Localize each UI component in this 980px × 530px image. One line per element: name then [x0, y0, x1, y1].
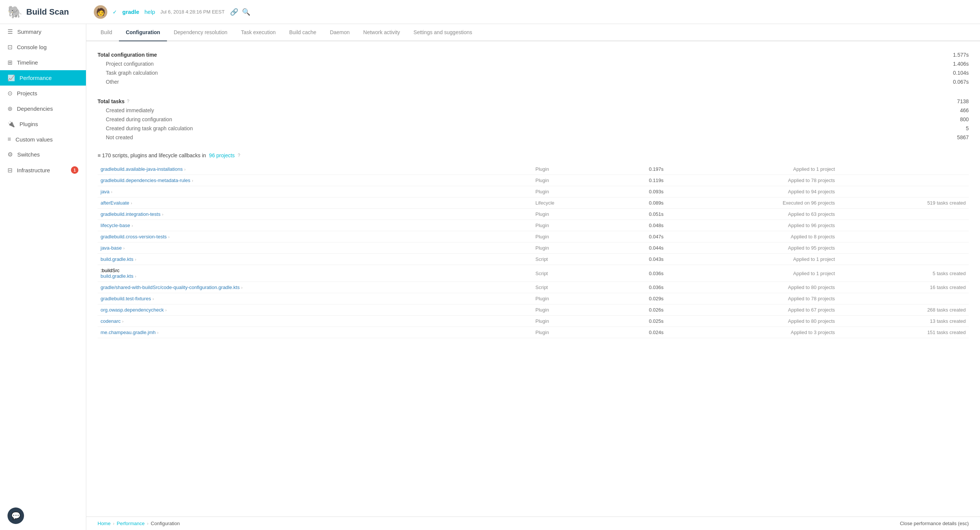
expand-icon[interactable]: › — [152, 296, 154, 301]
sidebar-label-projects: Projects — [17, 90, 37, 97]
scripts-help-icon[interactable]: ? — [238, 153, 240, 158]
plugin-name[interactable]: java › — [100, 189, 530, 194]
plugin-prefix: :buildSrc — [100, 267, 120, 273]
expand-icon[interactable]: › — [165, 308, 167, 312]
close-details-button[interactable]: Close performance details (esc) — [900, 520, 969, 526]
table-row: gradlebuild.available-java-installations… — [97, 164, 969, 175]
dependencies-icon: ⊛ — [8, 105, 13, 112]
tab-task-execution[interactable]: Task execution — [234, 24, 283, 41]
total-tasks-help[interactable]: ? — [127, 99, 129, 104]
plugin-name[interactable]: gradlebuild.cross-version-tests › — [100, 234, 530, 239]
plugin-tasks-cell — [838, 186, 969, 197]
plugin-type-cell: Lifecycle — [532, 197, 606, 209]
sidebar-item-infrastructure[interactable]: ⊟ Infrastructure 1 — [0, 162, 86, 178]
console-log-icon: ⊡ — [8, 43, 13, 51]
plugin-applied-cell: Applied to 96 projects — [667, 220, 838, 231]
plugin-time-cell: 0.036s — [606, 265, 667, 282]
sidebar-item-dependencies[interactable]: ⊛ Dependencies — [0, 101, 86, 116]
sidebar-item-console-log[interactable]: ⊡ Console log — [0, 40, 86, 55]
plugin-name[interactable]: java-base › — [100, 245, 530, 251]
chat-button[interactable]: 💬 — [8, 508, 24, 524]
tab-dependency-resolution[interactable]: Dependency resolution — [167, 24, 234, 41]
plugin-applied-cell: Applied to 78 projects — [667, 175, 838, 186]
tab-daemon[interactable]: Daemon — [323, 24, 356, 41]
plugin-time-cell: 0.036s — [606, 282, 667, 293]
plugin-applied-cell: Executed on 96 projects — [667, 197, 838, 209]
infrastructure-icon: ⊟ — [8, 167, 13, 174]
footer: Home›Performance›Configuration Close per… — [86, 516, 980, 530]
expand-icon[interactable]: › — [135, 257, 136, 262]
plugin-time-cell: 0.043s — [606, 254, 667, 265]
project-config-label: Project configuration — [97, 61, 154, 67]
timestamp: Jul 6, 2018 4:28:16 PM EEST — [160, 9, 224, 14]
plugin-name[interactable]: gradle/shared-with-buildSrc/code-quality… — [100, 285, 530, 290]
created-during-task-value: 5 — [939, 126, 969, 131]
plugin-name[interactable]: codenarc › — [100, 318, 530, 324]
plugin-name-cell: org.owasp.dependencycheck › — [97, 304, 532, 316]
sidebar-item-projects[interactable]: ⊙ Projects — [0, 86, 86, 101]
plugin-name-cell: gradlebuild.test-fixtures › — [97, 293, 532, 304]
expand-icon[interactable]: › — [132, 223, 133, 228]
table-row: java › Plugin 0.093s Applied to 94 proje… — [97, 186, 969, 197]
projects-count-link[interactable]: 96 projects — [209, 153, 234, 158]
total-tasks-label: Total tasks — [97, 98, 124, 104]
plugin-name-cell: gradlebuild.dependencies-metadata-rules … — [97, 175, 532, 186]
sidebar-item-plugins[interactable]: 🔌 Plugins — [0, 116, 86, 132]
task-graph-value: 0.104s — [939, 70, 969, 76]
sidebar-label-dependencies: Dependencies — [17, 105, 53, 112]
expand-icon[interactable]: › — [168, 235, 170, 239]
plugin-name[interactable]: gradlebuild.integration-tests › — [100, 211, 530, 217]
plugin-time-cell: 0.197s — [606, 164, 667, 175]
breadcrumb-item-0[interactable]: Home — [97, 520, 111, 526]
plugin-tasks-cell — [838, 164, 969, 175]
expand-icon[interactable]: › — [111, 189, 113, 194]
plugin-name[interactable]: afterEvaluate › — [100, 200, 530, 206]
plugin-applied-cell: Applied to 94 projects — [667, 186, 838, 197]
sidebar-label-timeline: Timeline — [17, 59, 38, 66]
avatar: 🧑 — [94, 5, 107, 19]
expand-icon[interactable]: › — [157, 330, 159, 335]
tab-network-activity[interactable]: Network activity — [356, 24, 407, 41]
plugin-name-cell: gradlebuild.cross-version-tests › — [97, 231, 532, 242]
tab-configuration[interactable]: Configuration — [119, 24, 167, 41]
gradle-link[interactable]: gradle — [123, 9, 139, 15]
expand-icon[interactable]: › — [123, 246, 124, 250]
plugin-name[interactable]: build.gradle.kts › — [100, 273, 530, 279]
plugin-name[interactable]: build.gradle.kts › — [100, 256, 530, 262]
sidebar-item-performance[interactable]: 📈 Performance — [0, 70, 86, 86]
expand-icon[interactable]: › — [192, 178, 193, 183]
timing-table: Total configuration time 1.577s Project … — [97, 50, 969, 86]
plugin-name[interactable]: lifecycle-base › — [100, 223, 530, 228]
plugin-name[interactable]: gradlebuild.test-fixtures › — [100, 296, 530, 301]
plugin-name-cell: afterEvaluate › — [97, 197, 532, 209]
expand-icon[interactable]: › — [162, 212, 164, 216]
tab-settings-suggestions[interactable]: Settings and suggestions — [407, 24, 479, 41]
sidebar-item-timeline[interactable]: ⊞ Timeline — [0, 55, 86, 70]
breadcrumb-item-1[interactable]: Performance — [117, 520, 145, 526]
sidebar-item-switches[interactable]: ⚙ Switches — [0, 147, 86, 162]
plugin-name[interactable]: gradlebuild.dependencies-metadata-rules … — [100, 178, 530, 183]
help-link[interactable]: help — [145, 9, 155, 15]
plugin-name[interactable]: gradlebuild.available-java-installations… — [100, 166, 530, 172]
sidebar-item-custom-values[interactable]: ≡ Custom values — [0, 132, 86, 147]
link-icon[interactable]: 🔗 — [230, 8, 238, 16]
sidebar-item-summary[interactable]: ☰ Summary — [0, 24, 86, 40]
tab-build-cache[interactable]: Build cache — [283, 24, 323, 41]
expand-icon[interactable]: › — [184, 167, 186, 172]
expand-icon[interactable]: › — [122, 319, 123, 323]
search-icon[interactable]: 🔍 — [242, 8, 250, 16]
expand-icon[interactable]: › — [135, 274, 136, 279]
plugin-name[interactable]: me.champeau.gradle.jmh › — [100, 329, 530, 335]
content-area: Total configuration time 1.577s Project … — [86, 41, 980, 516]
app-title: Build Scan — [26, 7, 69, 17]
plugin-name-cell: me.champeau.gradle.jmh › — [97, 327, 532, 338]
expand-icon[interactable]: › — [241, 285, 243, 290]
plugin-tasks-cell: 16 tasks created — [838, 282, 969, 293]
plugin-type-cell: Plugin — [532, 293, 606, 304]
plugin-applied-cell: Applied to 95 projects — [667, 242, 838, 254]
created-during-config-row: Created during configuration 800 — [97, 115, 969, 124]
performance-icon: 📈 — [8, 74, 15, 81]
plugin-name[interactable]: org.owasp.dependencycheck › — [100, 307, 530, 313]
expand-icon[interactable]: › — [131, 201, 132, 205]
tab-build[interactable]: Build — [94, 24, 119, 41]
